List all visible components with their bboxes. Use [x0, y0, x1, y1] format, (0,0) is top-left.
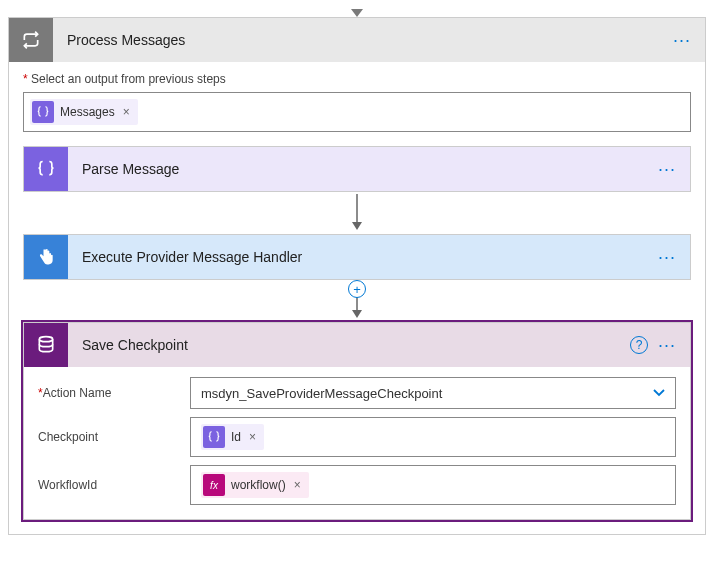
action-name-dropdown[interactable]: msdyn_SaveProviderMessageCheckpoint	[190, 377, 676, 409]
pointer-icon	[24, 235, 68, 279]
braces-icon	[203, 426, 225, 448]
chevron-down-icon	[653, 386, 665, 400]
database-icon	[24, 323, 68, 367]
workflowid-input[interactable]: fx workflow() ×	[190, 465, 676, 505]
loop-card-body: * Select an output from previous steps M…	[9, 62, 705, 146]
braces-icon	[24, 147, 68, 191]
token-label: workflow()	[231, 478, 286, 492]
workflowid-label: WorkflowId	[38, 478, 178, 492]
loop-card-title: Process Messages	[53, 32, 673, 48]
svg-point-5	[39, 337, 52, 342]
token-label: Id	[231, 430, 241, 444]
checkpoint-input[interactable]: Id ×	[190, 417, 676, 457]
more-menu-button[interactable]: ···	[658, 247, 676, 268]
token-messages[interactable]: Messages ×	[30, 99, 138, 125]
field-action-name: *Action Name msdyn_SaveProviderMessageCh…	[38, 377, 676, 409]
output-field-label: * Select an output from previous steps	[23, 72, 691, 86]
help-button[interactable]: ?	[630, 336, 648, 354]
token-remove[interactable]: ×	[292, 478, 303, 492]
action-card-execute-handler: Execute Provider Message Handler ···	[23, 234, 691, 280]
token-id[interactable]: Id ×	[201, 424, 264, 450]
token-workflow-expr[interactable]: fx workflow() ×	[201, 472, 309, 498]
checkpoint-label: Checkpoint	[38, 430, 178, 444]
action-name-value: msdyn_SaveProviderMessageCheckpoint	[201, 386, 442, 401]
required-star: *	[23, 72, 28, 86]
parse-card-header[interactable]: Parse Message ···	[24, 147, 690, 191]
token-remove[interactable]: ×	[247, 430, 258, 444]
token-remove[interactable]: ×	[121, 105, 132, 119]
action-card-parse-message: Parse Message ···	[23, 146, 691, 192]
braces-icon	[32, 101, 54, 123]
exec-card-header[interactable]: Execute Provider Message Handler ···	[24, 235, 690, 279]
output-token-input[interactable]: Messages ×	[23, 92, 691, 132]
more-menu-button[interactable]: ···	[658, 335, 676, 356]
more-menu-button[interactable]: ···	[658, 159, 676, 180]
token-label: Messages	[60, 105, 115, 119]
fx-icon: fx	[203, 474, 225, 496]
save-card-title: Save Checkpoint	[68, 337, 630, 353]
flow-arrow-with-add: +	[9, 282, 705, 320]
save-card-body: *Action Name msdyn_SaveProviderMessageCh…	[24, 367, 690, 519]
flow-arrow	[9, 194, 705, 232]
svg-marker-0	[351, 9, 363, 17]
loop-card-header[interactable]: Process Messages ···	[9, 18, 705, 62]
save-card-header[interactable]: Save Checkpoint ? ···	[24, 323, 690, 367]
more-menu-button[interactable]: ···	[673, 30, 691, 51]
action-card-save-checkpoint: Save Checkpoint ? ··· *Action Name msdyn…	[23, 322, 691, 520]
add-step-button[interactable]: +	[348, 280, 366, 298]
loop-card-process-messages: Process Messages ··· * Select an output …	[8, 17, 706, 535]
parse-card-title: Parse Message	[68, 161, 658, 177]
exec-card-title: Execute Provider Message Handler	[68, 249, 658, 265]
svg-marker-4	[352, 310, 362, 318]
svg-marker-2	[352, 222, 362, 230]
action-name-label: *Action Name	[38, 386, 178, 400]
loop-icon	[9, 18, 53, 62]
field-checkpoint: Checkpoint Id ×	[38, 417, 676, 457]
field-workflowid: WorkflowId fx workflow() ×	[38, 465, 676, 505]
